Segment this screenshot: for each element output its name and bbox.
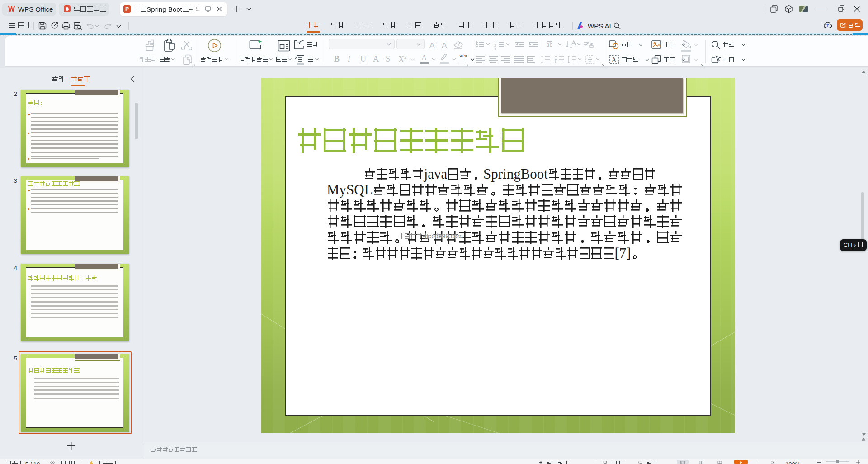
svg-text:A: A	[612, 57, 617, 63]
